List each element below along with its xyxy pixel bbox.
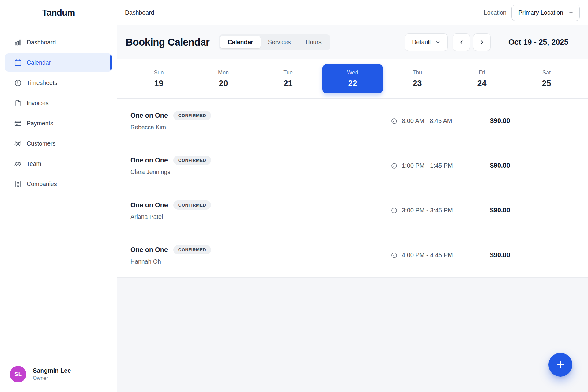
appointment-time: 3:00 PM - 3:45 PM [391, 207, 490, 214]
status-badge: CONFIRMED [173, 200, 211, 210]
appointment-info: One on One CONFIRMED Hannah Oh [130, 245, 391, 265]
user-info: Sangmin Lee Owner [33, 367, 71, 381]
day-number: 19 [154, 79, 163, 88]
day-cell-wed-selected[interactable]: Wed 22 [322, 64, 383, 93]
avatar: SL [10, 366, 26, 382]
plus-icon [555, 360, 566, 370]
time-range: 3:00 PM - 3:45 PM [402, 207, 453, 214]
active-indicator [110, 55, 112, 70]
day-number: 22 [348, 79, 357, 88]
user-role: Owner [33, 375, 71, 381]
day-cell-sun[interactable]: Sun 19 [129, 64, 189, 93]
day-cell-thu[interactable]: Thu 23 [387, 64, 447, 93]
logo-section: Tandum [0, 0, 117, 25]
day-cell-fri[interactable]: Fri 24 [452, 64, 512, 93]
customer-name: Hannah Oh [130, 258, 391, 265]
sidebar-item-invoices[interactable]: Invoices [5, 94, 112, 112]
day-number: 25 [542, 79, 551, 88]
sidebar-item-label: Customers [27, 140, 55, 147]
time-range: 8:00 AM - 8:45 AM [402, 117, 452, 124]
day-cell-tue[interactable]: Tue 21 [258, 64, 318, 93]
topbar: Dashboard Location Primary Location [117, 0, 588, 25]
appointment-time: 4:00 PM - 4:45 PM [391, 252, 490, 259]
sidebar-item-label: Team [27, 160, 41, 167]
add-booking-button[interactable] [548, 353, 572, 377]
day-cell-sat[interactable]: Sat 25 [516, 64, 577, 93]
appointment-row[interactable]: One on One CONFIRMED Clara Jennings 1:00… [117, 143, 588, 188]
appointment-title: One on One [130, 157, 168, 164]
status-badge: CONFIRMED [173, 111, 211, 120]
file-icon [14, 99, 22, 107]
location-label: Location [484, 9, 507, 16]
location-select[interactable]: Primary Location [511, 5, 580, 21]
day-cell-mon[interactable]: Mon 20 [193, 64, 254, 93]
day-number: 21 [283, 79, 292, 88]
day-number: 23 [413, 79, 422, 88]
time-range: 1:00 PM - 1:45 PM [402, 162, 453, 169]
chevron-down-icon [435, 40, 441, 45]
clock-icon [391, 118, 398, 124]
day-name: Tue [283, 70, 292, 76]
appointment-row[interactable]: One on One CONFIRMED Ariana Patel 3:00 P… [117, 188, 588, 233]
breadcrumb: Dashboard [125, 9, 154, 16]
booking-app: Tandum Dashboard [0, 0, 588, 392]
chevron-right-icon [479, 39, 485, 45]
sidebar-item-companies[interactable]: Companies [5, 175, 112, 193]
chevron-down-icon [568, 10, 574, 16]
users-icon [14, 139, 22, 147]
sidebar-item-timesheets[interactable]: Timesheets [5, 74, 112, 92]
calendar-icon [14, 59, 22, 67]
day-name: Fri [479, 70, 485, 76]
sidebar-item-calendar[interactable]: Calendar [5, 53, 112, 72]
sidebar-item-dashboard[interactable]: Dashboard [5, 33, 112, 51]
calendar-header: Booking Calendar Calendar Services Hours… [117, 25, 588, 59]
view-tabs: Calendar Services Hours [219, 34, 330, 50]
appointment-title: One on One [130, 201, 168, 209]
sidebar-item-label: Calendar [27, 59, 51, 66]
appointment-time: 1:00 PM - 1:45 PM [391, 162, 490, 169]
view-filter-dropdown[interactable]: Default [405, 33, 448, 51]
appointment-row[interactable]: One on One CONFIRMED Hannah Oh 4:00 PM -… [117, 233, 588, 278]
appointment-time: 8:00 AM - 8:45 AM [391, 117, 490, 124]
tab-hours[interactable]: Hours [298, 36, 329, 48]
prev-week-button[interactable] [453, 33, 470, 51]
sidebar-item-customers[interactable]: Customers [5, 134, 112, 153]
status-badge: CONFIRMED [173, 245, 211, 254]
clock-icon [391, 162, 398, 169]
appointment-price: $90.00 [490, 162, 516, 169]
page-title: Booking Calendar [126, 36, 209, 48]
appointment-info: One on One CONFIRMED Ariana Patel [130, 200, 391, 220]
user-name: Sangmin Lee [33, 367, 71, 374]
appointment-price: $90.00 [490, 251, 516, 259]
sidebar: Tandum Dashboard [0, 0, 117, 392]
clock-icon [391, 252, 398, 259]
location-select-value: Primary Location [518, 9, 563, 16]
sidebar-nav: Dashboard Calendar [0, 25, 117, 356]
appointment-title: One on One [130, 246, 168, 254]
week-day-selector: Sun 19 Mon 20 Tue 21 Wed 22 Thu 23 Fri 2… [117, 59, 588, 99]
day-number: 24 [477, 79, 486, 88]
user-menu[interactable]: SL Sangmin Lee Owner [0, 356, 117, 392]
sidebar-item-team[interactable]: Team [5, 154, 112, 173]
tab-services[interactable]: Services [261, 36, 298, 48]
clock-icon [14, 79, 22, 87]
status-badge: CONFIRMED [173, 156, 211, 165]
view-filter-value: Default [412, 39, 431, 46]
credit-card-icon [14, 119, 22, 127]
customer-name: Rebecca Kim [130, 124, 391, 131]
sidebar-item-label: Companies [27, 181, 57, 188]
next-week-button[interactable] [473, 33, 491, 51]
appointment-row[interactable]: One on One CONFIRMED Rebecca Kim 8:00 AM… [117, 99, 588, 143]
tab-calendar[interactable]: Calendar [220, 36, 260, 48]
sidebar-item-label: Dashboard [27, 39, 56, 46]
clock-icon [391, 207, 398, 214]
users-icon [14, 160, 22, 168]
day-number: 20 [219, 79, 228, 88]
appointment-list: One on One CONFIRMED Rebecca Kim 8:00 AM… [117, 99, 588, 278]
day-name: Mon [218, 70, 229, 76]
sidebar-item-payments[interactable]: Payments [5, 114, 112, 132]
appointment-info: One on One CONFIRMED Clara Jennings [130, 156, 391, 176]
appointment-title: One on One [130, 112, 168, 120]
sidebar-item-label: Timesheets [27, 79, 57, 86]
customer-name: Ariana Patel [130, 213, 391, 220]
